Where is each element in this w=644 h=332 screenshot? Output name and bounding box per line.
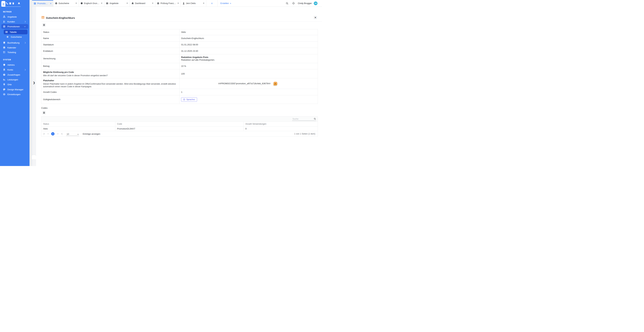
gift-icon — [34, 2, 36, 5]
close-tab-icon[interactable]: ✕ — [126, 2, 128, 4]
sidebar-item-zusatzfragen[interactable]: ? Zusatzfragen — [1, 72, 28, 77]
hamburger-icon — [43, 24, 45, 24]
table-row: Betrag 10 % — [42, 63, 318, 69]
code-status: Aktiv — [42, 127, 116, 131]
sidebar-item-design-manager[interactable]: Design Manager — [1, 87, 28, 92]
book-icon — [3, 41, 6, 44]
archive-icon[interactable] — [9, 2, 12, 4]
building-icon — [3, 68, 6, 71]
row-label: Enddatum — [43, 50, 176, 52]
column-header-code[interactable]: Code — [116, 122, 244, 126]
codes-pagination: |< < 1 > >| 10 ▼ Einträge anzeigen 1 von… — [42, 131, 318, 137]
sidebar-item-promotionen[interactable]: Promotionen — [1, 24, 28, 29]
person-icon — [182, 2, 185, 4]
tab-gutscheine[interactable]: $ Gutscheine ✕ — [53, 0, 79, 6]
search-input[interactable]: Suche — [292, 117, 316, 121]
sidebar-section-betrieb: BETRIEB — [3, 11, 12, 13]
conveyor-icon — [3, 78, 6, 81]
row-label: Name — [43, 37, 176, 40]
chevron-right-icon — [24, 69, 26, 71]
sidebar-item-buchhaltung[interactable]: Buchhaltung — [1, 40, 28, 45]
page-size-select[interactable]: 10 ▼ — [66, 132, 79, 136]
pagination-summary: 1 von 1 Seiten (1 item) — [294, 133, 315, 135]
close-tab-icon[interactable]: ✕ — [50, 2, 52, 5]
row-value: 01.01.2022 08:00 — [181, 43, 314, 46]
tab-pruefung-franzoesisch[interactable]: Prüfung Französi… ✕ — [155, 0, 181, 6]
sidebar-item-einstellungen[interactable]: Einstellungen — [1, 92, 28, 97]
detail-menu-button[interactable] — [42, 23, 46, 27]
table-row: Startdatum 01.01.2022 08:00 — [42, 41, 318, 48]
next-page-button[interactable]: > — [57, 133, 58, 135]
row-label: Startdatum — [43, 43, 176, 46]
sidebar-item-gutscheine[interactable]: $ Gutscheine — [1, 34, 28, 39]
avatar[interactable]: CB — [314, 1, 318, 5]
sidebar-item-tabelle[interactable]: Tabelle — [4, 30, 28, 34]
rail-bottom-card — [32, 155, 36, 160]
sidebar-item-konto[interactable]: Konto — [1, 67, 28, 72]
codes-menu-button[interactable] — [42, 111, 46, 115]
column-header-usages[interactable]: Anzahl Verwendungen — [244, 122, 318, 126]
gift-icon — [41, 16, 44, 19]
voucher-badge-icon: $ — [6, 36, 10, 38]
sidebar-toggle-button[interactable] — [1, 1, 5, 6]
hamburger-icon — [2, 3, 4, 3]
tab-promotionen[interactable]: Promotionen ✕ — [32, 0, 53, 6]
row-value: 1 — [181, 91, 314, 93]
row-label: Gültigkeitsbereich — [43, 98, 176, 101]
close-panel-button[interactable]: ✕ — [314, 16, 317, 19]
expand-panel-button[interactable]: ❯ — [33, 81, 35, 84]
row-label: Betrag — [43, 65, 176, 67]
annotation-marker-badge: A — [274, 82, 277, 85]
current-page-button[interactable]: 1 — [51, 132, 54, 136]
tab-overflow-dropdown[interactable]: ∨ — [206, 0, 218, 6]
table-row: Status Aktiv — [42, 29, 318, 35]
close-tab-icon[interactable]: ✕ — [178, 2, 179, 4]
sidebar-item-kalender[interactable]: Kalender — [1, 45, 28, 50]
table-row: Platzhalter Dieser Platzhalter kann in j… — [42, 78, 318, 89]
close-tab-icon[interactable]: ✕ — [203, 2, 204, 4]
search-icon[interactable] — [314, 118, 316, 120]
create-tab-button[interactable]: Erstellen + — [218, 0, 234, 6]
tab-jeni-cletis[interactable]: Jeni Cletis ✕ — [181, 0, 206, 6]
home-icon[interactable] — [18, 2, 20, 4]
codes-toolbar: Suche — [42, 116, 318, 122]
scope-language-school-button[interactable]: Sprachsc — [181, 97, 197, 102]
first-page-button[interactable]: |< — [44, 133, 45, 135]
trash-icon[interactable] — [12, 2, 14, 4]
table-row: Verrechnung Reduktion Angebots Preis Red… — [42, 54, 318, 63]
sidebar-item-ticketing[interactable]: Ticketing — [1, 50, 28, 55]
user-name[interactable]: Cindy Brugger — [298, 2, 312, 4]
close-tab-icon[interactable]: ✕ — [76, 2, 77, 4]
codes-data-row[interactable]: Aktiv PromotionDL5KKT 0 — [42, 126, 318, 131]
sidebar-item-orte[interactable]: Orte — [1, 82, 28, 87]
search-icon[interactable] — [286, 2, 288, 5]
sidebar-item-kunden[interactable]: Kunden — [1, 19, 28, 24]
last-page-button[interactable]: >| — [61, 133, 62, 135]
calendar-icon — [3, 46, 6, 49]
map-pin-icon — [3, 83, 6, 86]
code-usages: 0 — [244, 127, 318, 131]
main-content: Gutschein-Englischkurs ✕ Status Aktiv Na… — [36, 6, 322, 166]
prev-page-button[interactable]: < — [48, 133, 48, 135]
tab-strip: Promotionen ✕ $ Gutscheine ✕ Englisch Gr… — [32, 0, 322, 6]
close-tab-icon[interactable]: ✕ — [101, 2, 102, 4]
title-divider — [41, 21, 322, 21]
sidebar-item-admins[interactable]: Admins — [1, 62, 28, 67]
codes-header-row: Status Code Anzahl Verwendungen — [42, 122, 318, 126]
promocode-placeholder-value: ##PROMOCODE*promotion_af07a718c4eb_63679… — [218, 82, 270, 85]
table-row: Mögliche Einlösung pro Code Wie oft darf… — [42, 69, 318, 78]
caret-down-icon: ▼ — [77, 134, 79, 135]
bell-icon[interactable] — [292, 2, 295, 5]
close-tab-icon[interactable]: ✕ — [152, 2, 154, 4]
column-header-status[interactable]: Status — [42, 122, 116, 126]
code-value: PromotionDL5KKT — [116, 127, 244, 131]
sidebar-item-angebote[interactable]: Angebote — [1, 14, 28, 19]
sidebar-item-leistungen[interactable]: Leistungen — [1, 77, 28, 82]
tab-dashboard[interactable]: Dashboard ✕ — [130, 0, 155, 6]
tab-angebote[interactable]: Angebote ✕ — [104, 0, 130, 6]
hamburger-icon — [43, 112, 45, 112]
hierarchy-icon[interactable] — [6, 2, 8, 4]
tab-englisch-grundlagen[interactable]: Englisch Grundl… ✕ — [79, 0, 104, 6]
svg-text:?: ? — [4, 74, 4, 76]
cube-icon — [80, 2, 83, 4]
